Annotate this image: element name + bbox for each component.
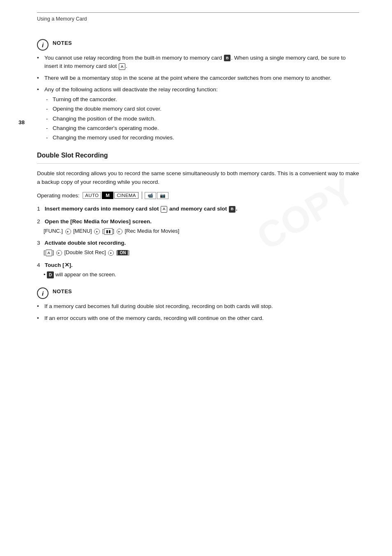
badge-a-step1: A <box>161 206 167 213</box>
notes-section-1-header: i NOTES <box>37 38 359 51</box>
mode-video-icon: 📹 <box>145 192 156 199</box>
list-item: There will be a momentary stop in the sc… <box>37 74 359 82</box>
badge-b-step1: B <box>229 206 235 213</box>
mode-m: M <box>102 192 113 199</box>
notes-icon-2: i <box>37 287 48 299</box>
list-item: Changing the camcorder's operating mode. <box>44 124 359 132</box>
d-badge: D <box>47 271 54 278</box>
list-item: Turning off the camcorder. <box>44 95 359 104</box>
section-title: Double Slot Recording <box>37 152 359 159</box>
mode-auto: AUTO <box>83 192 101 199</box>
circle-arrow <box>56 250 62 256</box>
on-badge: ON <box>118 250 128 255</box>
list-item: Opening the double memory card slot cove… <box>44 105 359 113</box>
notes-section-2-header: i NOTES <box>37 287 359 299</box>
list-item: 2 Open the [Rec Media for Movies] screen… <box>37 218 359 235</box>
list-item: You cannot use relay recording from the … <box>37 54 359 71</box>
page-header: Using a Memory Card <box>37 16 359 22</box>
badge-a: A <box>119 63 125 70</box>
step-4-detail: • D will appear on the screen. <box>37 271 359 279</box>
section-divider <box>37 163 359 164</box>
mode-camera-icon: 📷 <box>157 192 168 199</box>
list-item: If an error occurs with one of the memor… <box>37 314 359 322</box>
step-2-detail: [FUNC.] [MENU] [▮▮] [Rec Media for Movie… <box>37 227 359 235</box>
operating-modes: Operating modes: AUTO M CINEMA 📹 📷 <box>37 192 359 199</box>
notes-2-bullet-list: If a memory card becomes full during dou… <box>37 302 359 322</box>
notes-1-bullet-list: You cannot use relay recording from the … <box>37 54 359 142</box>
list-item: 1 Insert memory cards into memory card s… <box>37 205 359 213</box>
section-body: Double slot recording allows you to reco… <box>37 169 359 187</box>
menu-icon: ▮▮ <box>104 228 113 235</box>
circle-arrow <box>108 250 114 256</box>
notes-label-2: NOTES <box>53 287 72 294</box>
list-item: Changing the position of the mode switch… <box>44 115 359 123</box>
notes-icon-1: i <box>37 39 48 51</box>
list-item: 4 Touch [✕]. • D will appear on the scre… <box>37 261 359 278</box>
mode-divider <box>142 192 143 199</box>
notes-label-1: NOTES <box>53 38 72 46</box>
steps-list: 1 Insert memory cards into memory card s… <box>37 205 359 278</box>
top-rule <box>37 12 359 13</box>
page-number: 38 <box>18 119 25 125</box>
circle-arrow <box>65 229 71 234</box>
page: COPY Using a Memory Card 38 i NOTES You … <box>0 0 392 556</box>
mode-cinema: CINEMA <box>114 192 138 199</box>
step-3-detail: [A] [Double Slot Rec] [ON] <box>37 248 359 257</box>
list-item: If a memory card becomes full during dou… <box>37 302 359 310</box>
list-item: Any of the following actions will deacti… <box>37 86 359 142</box>
sub-list: Turning off the camcorder. Opening the d… <box>44 95 359 142</box>
badge-a-step3: A <box>46 250 52 256</box>
list-item: Changing the memory used for recording m… <box>44 134 359 142</box>
operating-modes-label: Operating modes: <box>37 192 79 199</box>
circle-arrow <box>94 229 100 234</box>
circle-arrow <box>117 229 122 234</box>
list-item: 3 Activate double slot recording. [A] [D… <box>37 239 359 256</box>
badge-b: B <box>224 55 231 61</box>
